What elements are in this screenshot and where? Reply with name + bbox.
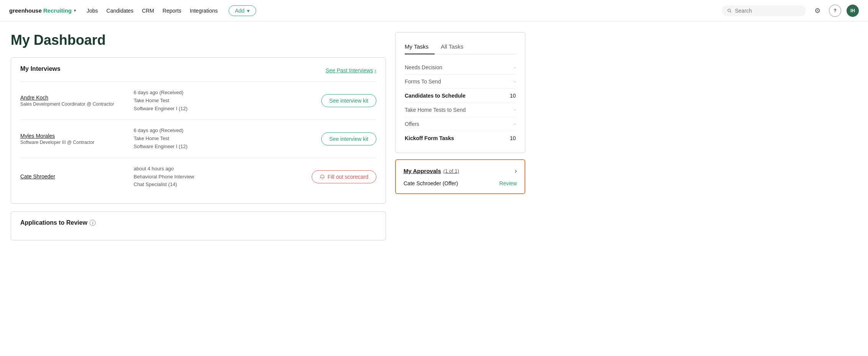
nav-candidates[interactable]: Candidates <box>106 8 134 14</box>
nav-links: Jobs Candidates CRM Reports Integrations <box>87 8 218 14</box>
add-button-label: Add <box>235 8 245 14</box>
task-row-takehome: Take Home Tests to Send - <box>405 103 516 117</box>
nav-right: ⚙ ? IH <box>722 5 859 17</box>
see-interview-kit-btn-2[interactable]: See interview kit <box>321 132 376 145</box>
all-tasks-tab[interactable]: All Tasks <box>441 40 469 54</box>
task-value-kickoff: 10 <box>510 135 516 141</box>
applications-card: Applications to Review i <box>11 211 386 240</box>
interview-position-1: Software Engineer I (12) <box>134 105 315 113</box>
task-label-schedule: Candidates to Schedule <box>405 93 466 99</box>
task-value-needs-decision: - <box>514 64 516 70</box>
interview-position-3: Chat Specialist (14) <box>134 181 306 189</box>
my-tasks-tab[interactable]: My Tasks <box>405 40 435 54</box>
task-row-kickoff: Kickoff Form Tasks 10 <box>405 131 516 145</box>
interview-time-1: 6 days ago (Received) <box>134 89 315 97</box>
interviews-card: My Interviews See Past Interviews › Andr… <box>11 57 386 204</box>
interviews-title: My Interviews <box>20 65 60 72</box>
task-value-schedule: 10 <box>510 93 516 99</box>
interview-details-2: 6 days ago (Received) Take Home Test Sof… <box>134 127 315 150</box>
approval-name-1: Cate Schroeder (Offer) <box>404 180 458 186</box>
task-value-forms: - <box>514 78 516 85</box>
task-value-takehome: - <box>514 107 516 113</box>
applications-header: Applications to Review i <box>20 219 376 226</box>
task-row-offers: Offers - <box>405 117 516 131</box>
task-row-needs-decision: Needs Decision - <box>405 60 516 75</box>
approvals-count: (1 of 1) <box>443 168 459 174</box>
approvals-header: My Approvals (1 of 1) › <box>404 167 517 175</box>
interviews-header: My Interviews See Past Interviews › <box>20 65 376 75</box>
interview-action-2: See interview kit <box>321 132 376 145</box>
interview-action-1: See interview kit <box>321 94 376 107</box>
tasks-tabs: My Tasks All Tasks <box>405 40 516 54</box>
task-label-forms: Forms To Send <box>405 78 441 85</box>
nav-jobs[interactable]: Jobs <box>87 8 98 14</box>
task-row-forms: Forms To Send - <box>405 75 516 89</box>
avatar-initials: IH <box>850 8 855 13</box>
approval-review-btn-1[interactable]: Review <box>499 180 517 186</box>
interview-row: Andre Koch Sales Development Coordinator… <box>20 82 376 119</box>
applications-title: Applications to Review i <box>20 219 96 226</box>
task-label-kickoff: Kickoff Form Tasks <box>405 135 454 141</box>
task-label-takehome: Take Home Tests to Send <box>405 107 466 113</box>
candidate-role-1: Sales Development Coordinator @ Contract… <box>20 101 128 107</box>
add-chevron-icon: ▾ <box>247 8 250 14</box>
see-past-chevron-icon: › <box>374 67 376 73</box>
search-input[interactable] <box>735 8 801 14</box>
applications-title-text: Applications to Review <box>20 219 87 226</box>
brand-name-green: Recruiting <box>43 7 72 14</box>
see-past-interviews-label: See Past Interviews <box>326 67 373 73</box>
tasks-card: My Tasks All Tasks Needs Decision - Form… <box>395 32 525 153</box>
interview-info-1: Andre Koch Sales Development Coordinator… <box>20 95 128 107</box>
settings-button[interactable]: ⚙ <box>811 5 824 17</box>
interview-time-3: about 4 hours ago <box>134 165 306 173</box>
svg-line-1 <box>730 11 731 12</box>
candidate-name-1[interactable]: Andre Koch <box>20 95 128 101</box>
bell-icon <box>320 174 325 180</box>
main-column: My Dashboard My Interviews See Past Inte… <box>11 32 386 248</box>
approvals-title-text: My Approvals <box>404 168 441 174</box>
avatar-button[interactable]: IH <box>847 5 859 17</box>
add-button[interactable]: Add ▾ <box>229 5 256 16</box>
settings-icon: ⚙ <box>814 7 821 15</box>
help-icon: ? <box>834 8 837 13</box>
interview-row-3: Cate Shroeder about 4 hours ago Behavior… <box>20 158 376 196</box>
nav-reports[interactable]: Reports <box>163 8 181 14</box>
fill-scorecard-label: Fill out scorecard <box>327 174 368 180</box>
nav-integrations[interactable]: Integrations <box>190 8 218 14</box>
page-title: My Dashboard <box>11 32 386 48</box>
help-button[interactable]: ? <box>829 5 841 17</box>
brand-chevron-icon: ▾ <box>74 8 76 13</box>
interview-type-1: Take Home Test <box>134 97 315 105</box>
interview-time-2: 6 days ago (Received) <box>134 127 315 135</box>
see-past-interviews-link[interactable]: See Past Interviews › <box>326 67 376 73</box>
interview-details-1: 6 days ago (Received) Take Home Test Sof… <box>134 89 315 113</box>
task-label-offers: Offers <box>405 121 419 127</box>
task-label-needs-decision: Needs Decision <box>405 64 442 70</box>
brand-logo[interactable]: greenhouse Recruiting ▾ <box>9 7 76 14</box>
nav-crm[interactable]: CRM <box>142 8 154 14</box>
interview-row-2: Myles Morales Software Developer III @ C… <box>20 119 376 157</box>
info-icon: i <box>90 220 96 226</box>
interview-action-3: Fill out scorecard <box>312 170 376 183</box>
approvals-chevron-icon: › <box>515 167 517 175</box>
candidate-role-2: Software Developer III @ Contractor <box>20 140 128 145</box>
interview-info-3: Cate Shroeder <box>20 173 128 180</box>
interview-type-2: Take Home Test <box>134 135 315 143</box>
candidate-name-2[interactable]: Myles Morales <box>20 133 128 139</box>
interview-type-3: Behavioral Phone Interview <box>134 173 306 181</box>
search-bar[interactable] <box>722 5 806 16</box>
fill-scorecard-btn[interactable]: Fill out scorecard <box>312 170 376 183</box>
approvals-title[interactable]: My Approvals (1 of 1) <box>404 168 459 174</box>
interview-info-2: Myles Morales Software Developer III @ C… <box>20 133 128 145</box>
search-icon <box>727 8 732 13</box>
page-container: My Dashboard My Interviews See Past Inte… <box>0 21 536 259</box>
candidate-name-3[interactable]: Cate Shroeder <box>20 173 128 180</box>
see-interview-kit-btn-1[interactable]: See interview kit <box>321 94 376 107</box>
task-value-offers: - <box>514 121 516 127</box>
interview-details-3: about 4 hours ago Behavioral Phone Inter… <box>134 165 306 189</box>
interview-position-2: Software Engineer I (12) <box>134 143 315 151</box>
approvals-card: My Approvals (1 of 1) › Cate Schroeder (… <box>395 159 525 194</box>
side-column: My Tasks All Tasks Needs Decision - Form… <box>395 32 525 248</box>
task-row-schedule: Candidates to Schedule 10 <box>405 89 516 103</box>
navbar: greenhouse Recruiting ▾ Jobs Candidates … <box>0 0 868 21</box>
